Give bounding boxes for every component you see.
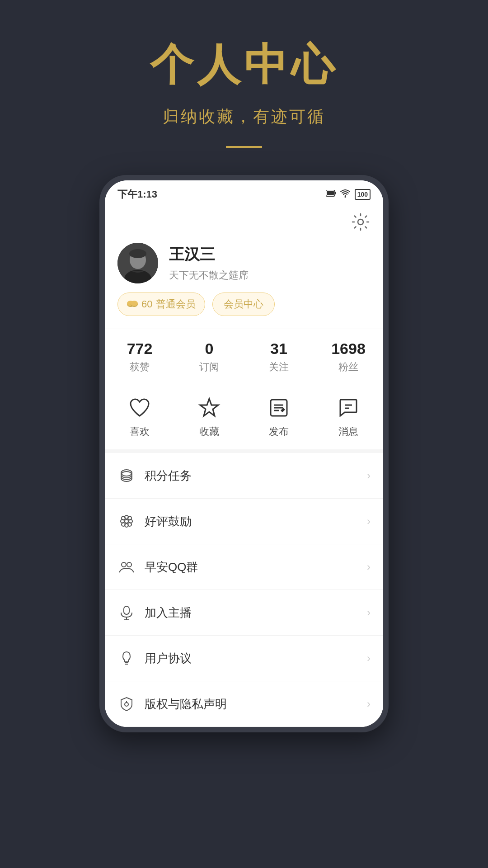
chevron-right-icon-5: › [367, 652, 371, 665]
avatar[interactable] [117, 243, 158, 283]
coins-icon [117, 467, 136, 485]
menu-item-review[interactable]: 好评鼓励 › [105, 499, 383, 544]
chevron-right-icon-3: › [367, 561, 371, 573]
page-subtitle: 归纳收藏，有迹可循 [150, 106, 338, 128]
chevron-right-icon: › [367, 469, 371, 482]
vip-center-badge[interactable]: 会员中心 [212, 292, 275, 316]
message-icon [337, 396, 360, 420]
menu-item-agreement[interactable]: 用户协议 › [105, 636, 383, 681]
menu-item-qq[interactable]: 早安QQ群 › [105, 544, 383, 590]
star-icon [197, 396, 221, 420]
profile-text: 王汉三 天下无不散之筵席 [169, 244, 371, 282]
svg-point-39 [125, 703, 128, 706]
menu-privacy-label: 版权与隐私声明 [145, 696, 358, 712]
bulb-icon [117, 649, 136, 667]
mic-icon [117, 604, 136, 622]
menu-points-label: 积分任务 [145, 468, 358, 484]
battery-icon: 100 [355, 189, 371, 200]
menu-item-points[interactable]: 积分任务 › [105, 453, 383, 499]
stat-likes-number: 772 [105, 340, 174, 358]
wifi-icon [340, 189, 350, 200]
svg-point-3 [358, 219, 363, 225]
svg-rect-34 [124, 606, 129, 614]
menu-agreement-label: 用户协议 [145, 651, 358, 666]
status-bar: 下午1:13 100 [105, 180, 383, 205]
stats-section: 772 获赞 0 订阅 31 关注 1698 粉丝 [105, 329, 383, 385]
svg-rect-1 [327, 191, 334, 195]
menu-item-privacy[interactable]: 版权与隐私声明 › [105, 681, 383, 727]
svg-point-23 [125, 519, 128, 523]
action-messages-label: 消息 [338, 425, 358, 439]
stat-following[interactable]: 31 关注 [244, 340, 314, 374]
menu-qq-label: 早安QQ群 [145, 559, 358, 575]
phone-frame: 下午1:13 100 [99, 175, 389, 732]
phone-screen: 下午1:13 100 [105, 180, 383, 727]
shield-icon [117, 695, 136, 713]
settings-row [105, 205, 383, 236]
close-icon [326, 190, 336, 199]
chevron-right-icon-6: › [367, 698, 371, 710]
profile-badges: 60 普通会员 会员中心 [117, 292, 371, 316]
stat-following-number: 31 [244, 340, 314, 358]
action-messages[interactable]: 消息 [314, 396, 383, 439]
stat-fans-number: 1698 [314, 340, 383, 358]
svg-point-33 [127, 562, 131, 567]
action-favorites-label: 收藏 [199, 425, 219, 439]
svg-point-11 [131, 301, 138, 306]
page-title: 个人中心 [150, 36, 338, 95]
stat-fans[interactable]: 1698 粉丝 [314, 340, 383, 374]
settings-icon[interactable] [351, 212, 371, 232]
svg-marker-12 [200, 399, 218, 416]
flower-icon [117, 512, 136, 530]
chevron-right-icon-2: › [367, 515, 371, 528]
action-publish-label: 发布 [269, 425, 289, 439]
heart-icon [128, 396, 151, 420]
stat-sub-label: 订阅 [174, 360, 244, 374]
menu-review-label: 好评鼓励 [145, 514, 358, 529]
menu-streamer-label: 加入主播 [145, 605, 358, 621]
chevron-right-icon-4: › [367, 606, 371, 619]
stat-fans-label: 粉丝 [314, 360, 383, 374]
action-likes[interactable]: 喜欢 [105, 396, 174, 439]
edit-icon [267, 396, 291, 420]
stat-sub-number: 0 [174, 340, 244, 358]
stat-following-label: 关注 [244, 360, 314, 374]
profile-info: 王汉三 天下无不散之筵席 [117, 243, 371, 283]
divider [226, 146, 262, 148]
action-favorites[interactable]: 收藏 [174, 396, 244, 439]
profile-bio: 天下无不散之筵席 [169, 269, 371, 282]
menu-section: 积分任务 › 好评鼓励 [105, 453, 383, 727]
status-icons: 100 [326, 189, 371, 200]
stat-likes-label: 获赞 [105, 360, 174, 374]
menu-item-streamer[interactable]: 加入主播 › [105, 590, 383, 636]
svg-point-7 [129, 249, 146, 258]
status-time: 下午1:13 [117, 188, 157, 201]
profile-name: 王汉三 [169, 244, 371, 265]
action-publish[interactable]: 发布 [244, 396, 314, 439]
stat-likes[interactable]: 772 获赞 [105, 340, 174, 374]
svg-point-32 [122, 562, 126, 567]
group-icon [117, 558, 136, 576]
profile-section: 王汉三 天下无不散之筵席 60 普通会员 会员中心 [105, 236, 383, 329]
actions-section: 喜欢 收藏 发布 [105, 385, 383, 449]
page-header: 个人中心 归纳收藏，有迹可循 [150, 36, 338, 148]
stat-subscriptions[interactable]: 0 订阅 [174, 340, 244, 374]
action-likes-label: 喜欢 [130, 425, 150, 439]
coins-badge[interactable]: 60 普通会员 [117, 292, 205, 316]
